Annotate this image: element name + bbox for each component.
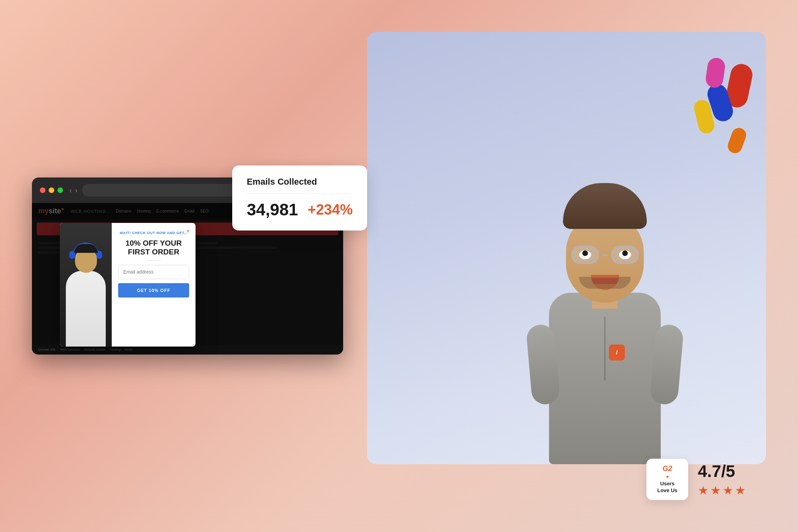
pupil-right — [622, 250, 628, 256]
character-hair — [563, 183, 647, 229]
eye-left — [579, 250, 591, 259]
right-section: / — [367, 24, 766, 508]
abstract-shapes-group — [682, 56, 754, 183]
dot-red — [40, 187, 45, 193]
glasses-left-lens — [571, 246, 599, 264]
person-body — [66, 271, 106, 347]
browser-nav: ‹ › — [69, 186, 77, 195]
popup-wrapper: × — [60, 223, 343, 355]
popup-modal: × — [60, 223, 196, 347]
main-layout: Emails Collected 34,981 +234% ‹ › — [0, 0, 798, 532]
shape-pink — [705, 57, 726, 89]
browser-dots — [40, 187, 63, 193]
hoodie-brand-badge: / — [609, 345, 625, 361]
popup-inner: WAIT! CHECK OUT NOW AND GET... 10% OFF Y… — [60, 223, 196, 347]
star-1: ★ — [698, 483, 709, 497]
popup-person-figure — [66, 248, 106, 347]
hoodie-zipper — [604, 317, 606, 380]
rating-details: 4.7/5 ★ ★ ★ ★ ★ — [698, 462, 758, 497]
popup-heading: 10% OFF YOUR FIRST ORDER — [118, 239, 189, 256]
stats-number: 34,981 — [247, 200, 298, 219]
star-5: ★ — [747, 483, 758, 497]
users-love-us-text: UsersLove Us — [653, 481, 681, 494]
character-glasses — [571, 245, 639, 265]
person-head — [75, 248, 97, 273]
back-icon[interactable]: ‹ — [69, 186, 72, 195]
popup-cta-button[interactable]: GET 10% OFF — [118, 283, 189, 298]
stats-percent: +234% — [308, 201, 353, 218]
glasses-bridge — [602, 254, 608, 256]
footer-link: Domain SSL — [38, 348, 56, 351]
popup-eyebrow: WAIT! CHECK OUT NOW AND GET... — [118, 231, 189, 235]
popup-separator — [146, 260, 161, 261]
character-background: / — [367, 32, 766, 464]
star-4: ★ — [735, 483, 746, 497]
g2-logo-text: G2 — [653, 465, 681, 473]
dot-yellow — [49, 187, 54, 193]
star-2: ★ — [710, 483, 721, 497]
stats-card: Emails Collected 34,981 +234% — [232, 166, 367, 231]
popup-text-column: WAIT! CHECK OUT NOW AND GET... 10% OFF Y… — [112, 223, 196, 347]
person-hair — [74, 244, 98, 253]
stats-card-values: 34,981 +234% — [247, 200, 353, 219]
browser-section: Emails Collected 34,981 +234% ‹ › — [32, 177, 343, 355]
g2-star: ★ — [653, 474, 681, 479]
popup-close-button[interactable]: × — [185, 226, 192, 236]
eye-right — [619, 250, 631, 259]
popup-heading-line1: 10% OFF YOUR — [125, 239, 182, 247]
forward-icon[interactable]: › — [75, 186, 77, 195]
rating-score: 4.7/5 — [698, 462, 758, 481]
rating-stars: ★ ★ ★ ★ ★ — [698, 483, 758, 497]
shape-orange — [726, 126, 748, 155]
character-hoodie: / — [549, 293, 661, 464]
character-figure: / — [541, 257, 669, 464]
character-beard — [579, 277, 631, 289]
glasses-right-lens — [611, 246, 639, 264]
character-body-group: / — [541, 257, 669, 464]
popup-image-column — [60, 223, 112, 347]
star-3: ★ — [723, 483, 733, 497]
pupil-left — [582, 250, 588, 256]
popup-heading-line2: FIRST ORDER — [128, 248, 180, 256]
popup-email-input[interactable] — [118, 265, 189, 279]
g2-badge: G2 ★ UsersLove Us — [646, 459, 688, 500]
stats-card-title: Emails Collected — [247, 177, 353, 194]
dot-green — [57, 187, 63, 193]
rating-section: G2 ★ UsersLove Us 4.7/5 ★ ★ ★ ★ ★ — [646, 459, 758, 500]
